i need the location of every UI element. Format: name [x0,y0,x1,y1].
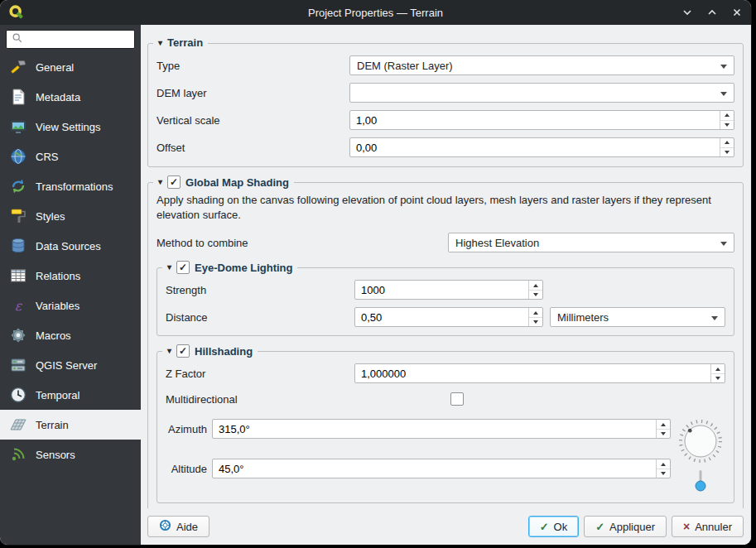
spin-down-button[interactable] [657,469,670,478]
spin-down-button[interactable] [720,148,734,157]
apply-button[interactable]: ✓ Appliquer [584,516,667,537]
altitude-input[interactable] [214,463,653,475]
eye-dome-lighting-title: Eye-Dome Lighting [195,262,292,274]
variables-icon: ε [9,296,27,315]
spin-up-button[interactable] [657,420,670,430]
spin-up-button[interactable] [720,138,734,148]
z-factor-input[interactable] [357,368,708,380]
view-settings-icon [9,118,27,136]
method-to-combine-combobox[interactable]: Highest Elevation [448,233,734,252]
titlebar[interactable]: Project Properties — Terrain [0,0,751,25]
spin-up-button[interactable] [529,308,542,318]
strength-input[interactable] [357,284,526,296]
check-icon: ✓ [170,177,178,187]
collapse-arrow-icon[interactable]: ▾ [158,178,162,186]
qgis-server-icon [9,356,27,374]
dem-layer-combobox[interactable] [349,83,734,103]
ok-button-label: Ok [554,521,568,533]
close-icon[interactable] [731,7,743,18]
type-value: DEM (Raster Layer) [357,60,453,72]
sidebar-item-label: Terrain [36,419,69,431]
azimuth-spinbox[interactable] [212,419,671,439]
dem-layer-row: DEM layer [156,83,734,103]
sidebar-item-variables[interactable]: ε Variables [0,291,141,320]
window-controls [681,7,743,18]
sidebar-item-qgis-server[interactable]: QGIS Server [0,350,141,380]
cross-icon: × [683,521,690,532]
spin-down-button[interactable] [720,121,734,130]
global-map-shading-title: Global Map Shading [185,176,289,189]
chevron-down-icon[interactable] [681,7,693,18]
sidebar-item-relations[interactable]: Relations [0,261,141,291]
shading-description: Apply shading on the canvas following el… [156,193,732,223]
global-map-shading-checkbox[interactable]: ✓ [167,175,181,189]
azimuth-dial[interactable] [678,419,723,466]
azimuth-input[interactable] [214,423,653,435]
sidebar-item-styles[interactable]: Styles [0,201,141,231]
sidebar-item-label: Temporal [36,389,79,401]
multidirectional-row: Multidirectional [166,391,725,407]
sidebar-item-label: Variables [36,300,79,312]
ok-button[interactable]: ✓ Ok [528,516,580,537]
hillshading-checkbox[interactable]: ✓ [176,344,190,358]
altitude-spinbox[interactable] [212,459,671,478]
cancel-button-label: Annuler [695,521,732,533]
crs-icon [9,147,27,166]
terrain-group-title: Terrain [167,36,203,49]
distance-unit-combobox[interactable]: Millimeters [550,307,725,327]
sidebar-item-data-sources[interactable]: Data Sources [0,231,141,261]
sidebar-item-sensors[interactable]: Sensors [0,440,141,469]
general-icon [9,58,27,76]
spin-down-button[interactable] [529,291,542,300]
spin-down-button[interactable] [657,430,670,439]
relations-icon [9,267,27,285]
sidebar-item-general[interactable]: General [0,52,141,82]
vertical-scale-spinbox[interactable] [349,110,734,130]
altitude-slider[interactable] [694,469,707,494]
spin-up-button[interactable] [720,111,734,121]
data-sources-icon [9,237,27,255]
global-map-shading-header: ▾ ✓ Global Map Shading [153,175,294,189]
distance-input[interactable] [357,311,526,324]
type-combobox[interactable]: DEM (Raster Layer) [349,55,734,75]
eye-dome-lighting-checkbox[interactable]: ✓ [176,261,190,274]
collapse-arrow-icon[interactable]: ▾ [158,39,162,47]
main-content: ▾ Terrain Type DEM (Raster Layer) DEM la… [141,25,751,508]
collapse-arrow-icon[interactable]: ▾ [167,263,171,272]
vertical-scale-input[interactable] [352,114,717,127]
sidebar-item-label: CRS [36,151,58,163]
help-button[interactable]: Aide [147,516,209,537]
azimuth-altitude-widgets [676,419,725,494]
strength-row: Strength [166,280,725,300]
offset-input[interactable] [352,142,717,154]
spin-up-button[interactable] [529,281,542,291]
altitude-row: Altitude [166,459,671,478]
offset-spinbox[interactable] [349,137,734,157]
strength-spinbox[interactable] [354,280,543,300]
sidebar-item-metadata[interactable]: Metadata [0,82,141,112]
sidebar-item-temporal[interactable]: Temporal [0,380,141,410]
distance-spinbox[interactable] [354,307,543,327]
type-label: Type [156,60,349,72]
sidebar-item-macros[interactable]: Macros [0,320,141,350]
sidebar-item-terrain[interactable]: Terrain [0,410,141,440]
cancel-button[interactable]: × Annuler [672,516,744,537]
method-to-combine-row: Method to combine Highest Elevation [156,233,734,252]
project-properties-window: Project Properties — Terrain [0,0,751,545]
sidebar-item-view-settings[interactable]: View Settings [0,112,141,142]
sidebar-search[interactable] [6,30,135,49]
spin-up-button[interactable] [657,459,670,469]
multidirectional-checkbox[interactable] [450,392,464,406]
sidebar-item-crs[interactable]: CRS [0,142,141,171]
search-input[interactable] [27,32,129,46]
sidebar: General Metadata View Settings CRS [0,25,141,545]
collapse-arrow-icon[interactable]: ▾ [167,347,171,355]
spin-up-button[interactable] [711,364,725,374]
terrain-group-header: ▾ Terrain [153,36,208,49]
sidebar-item-transformations[interactable]: Transformations [0,171,141,201]
chevron-up-icon[interactable] [706,7,718,18]
z-factor-spinbox[interactable] [354,363,725,383]
spin-down-button[interactable] [711,374,725,383]
check-icon: ✓ [179,346,187,356]
spin-down-button[interactable] [529,318,542,327]
